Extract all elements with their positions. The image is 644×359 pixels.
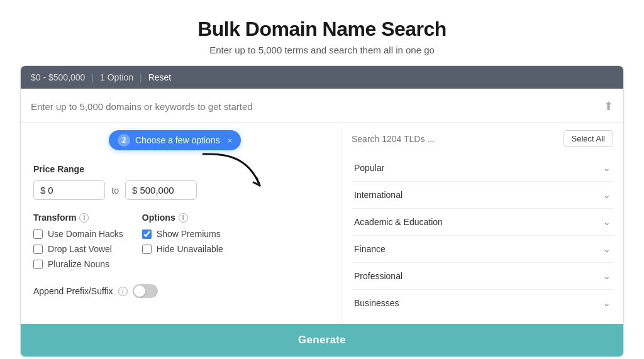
price-max-prefix: $: [132, 185, 137, 196]
show-premiums-checkbox[interactable]: [142, 229, 152, 239]
price-min-input[interactable]: [48, 185, 98, 196]
checkbox-show-premiums: Show Premiums: [142, 229, 223, 239]
category-item[interactable]: Academic & Education ⌄: [352, 209, 613, 236]
append-toggle[interactable]: [133, 284, 158, 298]
category-item[interactable]: International ⌄: [352, 182, 613, 209]
domain-hacks-label: Use Domain Hacks: [48, 229, 123, 239]
category-label: Popular: [354, 163, 384, 173]
category-label: Professional: [354, 271, 402, 281]
checkbox-drop-vowel: Drop Last Vowel: [33, 244, 123, 254]
search-input[interactable]: [31, 96, 604, 122]
pluralize-checkbox[interactable]: [33, 260, 43, 269]
category-label: International: [354, 190, 402, 200]
price-inputs: $ to $: [33, 180, 328, 200]
drop-vowel-label: Drop Last Vowel: [48, 244, 112, 254]
tooltip-badge: 2 Choose a few options ×: [109, 130, 241, 150]
show-premiums-label: Show Premiums: [157, 229, 221, 239]
transform-section: Transform i Use Domain Hacks Drop Last V…: [33, 213, 123, 274]
left-panel: 2 Choose a few options × Price Range $: [21, 123, 341, 324]
tld-search-row: Select All: [352, 130, 613, 147]
chevron-down-icon: ⌄: [603, 244, 611, 254]
chevron-down-icon: ⌄: [603, 163, 611, 173]
search-area: ⬆: [21, 89, 623, 123]
main-card: $0 - $500,000 | 1 Option | Reset ⬆ 2 Cho…: [20, 65, 624, 357]
drop-vowel-checkbox[interactable]: [33, 245, 43, 254]
price-to-label: to: [111, 185, 119, 196]
badge-count: 2: [118, 134, 130, 146]
hide-unavailable-checkbox[interactable]: [142, 245, 152, 254]
generate-button[interactable]: Generate: [21, 324, 623, 356]
filter-options-count: 1 Option: [100, 72, 133, 82]
page-title: Bulk Domain Name Search: [197, 18, 447, 41]
category-item[interactable]: Businesses ⌄: [352, 290, 613, 316]
checkbox-pluralize: Pluralize Nouns: [33, 259, 123, 269]
transform-label: Transform: [33, 213, 76, 223]
options-info-icon[interactable]: i: [179, 213, 188, 223]
reset-link[interactable]: Reset: [148, 72, 172, 82]
category-label: Finance: [354, 244, 386, 254]
chevron-down-icon: ⌄: [603, 190, 611, 200]
page-header: Bulk Domain Name Search Enter up to 5,00…: [185, 0, 459, 65]
price-min-prefix: $: [40, 185, 45, 196]
price-max-group: $: [125, 180, 197, 200]
price-max-input[interactable]: [140, 185, 190, 196]
transform-info-icon[interactable]: i: [79, 213, 89, 223]
tooltip-close[interactable]: ×: [228, 136, 233, 145]
options-section: Options i Show Premiums Hide Unavailable: [142, 213, 223, 274]
select-all-button[interactable]: Select All: [564, 130, 613, 147]
hide-unavailable-label: Hide Unavailable: [157, 244, 223, 254]
append-label: Append Prefix/Suffix: [33, 286, 113, 296]
category-label: Businesses: [354, 298, 399, 308]
upload-icon[interactable]: ⬆: [604, 99, 613, 119]
price-min-group: $: [33, 180, 105, 200]
append-row: Append Prefix/Suffix i: [33, 284, 328, 298]
categories-list: Popular ⌄ International ⌄ Academic & Edu…: [352, 155, 613, 316]
category-item[interactable]: Professional ⌄: [352, 263, 613, 290]
filter-price-range: $0 - $500,000: [31, 72, 85, 82]
tld-search-input[interactable]: [352, 131, 564, 146]
domain-hacks-checkbox[interactable]: [33, 229, 43, 239]
pluralize-label: Pluralize Nouns: [48, 259, 109, 269]
price-range-section: Price Range $ to $: [33, 164, 328, 200]
page-subtitle: Enter up to 5,000 terms and search them …: [197, 45, 447, 55]
append-info-icon[interactable]: i: [118, 287, 128, 296]
category-item[interactable]: Finance ⌄: [352, 236, 613, 263]
content-row: 2 Choose a few options × Price Range $: [21, 123, 623, 324]
right-panel: Select All Popular ⌄ International ⌄ Aca…: [341, 123, 623, 324]
transform-options-row: Transform i Use Domain Hacks Drop Last V…: [33, 213, 328, 274]
category-item[interactable]: Popular ⌄: [352, 155, 613, 182]
checkbox-hide-unavailable: Hide Unavailable: [142, 244, 223, 254]
tooltip-label: Choose a few options: [135, 135, 220, 145]
filter-bar: $0 - $500,000 | 1 Option | Reset: [21, 66, 623, 89]
category-label: Academic & Education: [354, 217, 443, 227]
chevron-down-icon: ⌄: [603, 298, 611, 308]
checkbox-domain-hacks: Use Domain Hacks: [33, 229, 123, 239]
chevron-down-icon: ⌄: [603, 217, 611, 227]
chevron-down-icon: ⌄: [603, 271, 611, 281]
options-label: Options: [142, 213, 175, 223]
price-range-label: Price Range: [33, 164, 328, 174]
